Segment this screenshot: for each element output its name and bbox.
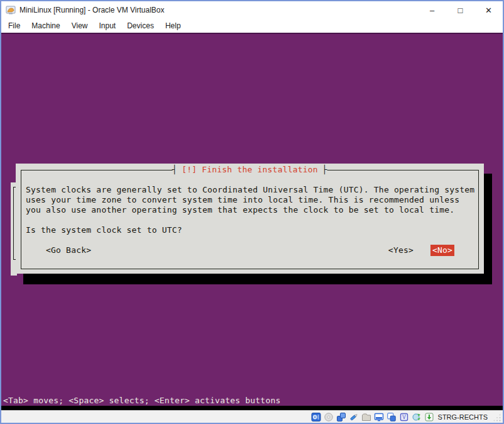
network-icon[interactable] [336, 412, 346, 422]
resize-grip[interactable] [493, 413, 501, 421]
status-icons: V [311, 412, 434, 422]
menu-input[interactable]: Input [94, 20, 122, 32]
dialog-shadow [23, 274, 492, 284]
title-decor-right: ├ [322, 165, 327, 174]
hard-disk-icon[interactable] [311, 412, 321, 422]
dialog-title-text: [!] Finish the installation [182, 165, 318, 174]
yes-button[interactable]: <Yes> [388, 245, 414, 255]
minimize-button[interactable]: – [418, 1, 446, 19]
title-decor-left: ┤ [172, 165, 177, 174]
go-back-button[interactable]: <Go Back> [46, 245, 91, 255]
menu-machine[interactable]: Machine [26, 20, 65, 32]
no-button[interactable]: <No> [430, 245, 454, 256]
installer-dialog: ┤[!] Finish the installation├ System clo… [16, 164, 484, 274]
maximize-button[interactable]: □ [446, 1, 474, 19]
display-icon[interactable] [374, 412, 384, 422]
dialog-body-line: uses your time zone to convert system ti… [26, 195, 459, 205]
dialog-body-line: System clocks are generally set to Coord… [26, 185, 474, 195]
dialog-question: Is the system clock set to UTC? [26, 225, 182, 235]
window-title: MiniLinux [Running] - Oracle VM VirtualB… [19, 6, 165, 14]
dialog-body-line: you also use another operating system th… [26, 205, 454, 215]
menu-devices[interactable]: Devices [121, 20, 160, 32]
shared-folders-icon[interactable] [361, 412, 371, 422]
features-chip-icon[interactable]: V [399, 412, 409, 422]
status-bar: V STRG-RECHTS [1, 410, 503, 423]
console-bottom-strip [1, 406, 503, 410]
svg-text:V: V [402, 415, 406, 420]
close-button[interactable]: ✕ [474, 1, 503, 19]
menu-bar: File Machine View Input Devices Help [1, 19, 503, 33]
menu-help[interactable]: Help [160, 20, 187, 32]
virtualbox-window: MiniLinux [Running] - Oracle VM VirtualB… [0, 0, 504, 424]
dialog-shadow [484, 174, 492, 284]
title-bar[interactable]: MiniLinux [Running] - Oracle VM VirtualB… [1, 1, 503, 19]
host-key-label: STRG-RECHTS [438, 413, 488, 421]
keyboard-help-line: <Tab> moves; <Space> selects; <Enter> ac… [3, 396, 280, 405]
video-capture-icon[interactable] [386, 412, 397, 422]
keyboard-icon[interactable] [424, 412, 434, 422]
menu-view[interactable]: View [66, 20, 94, 32]
vm-app-icon [6, 5, 16, 15]
mouse-integration-icon[interactable] [412, 412, 422, 422]
dialog-title: ┤[!] Finish the installation├ [172, 165, 327, 175]
usb-icon[interactable] [349, 412, 359, 422]
menu-file[interactable]: File [3, 20, 26, 32]
optical-disc-icon[interactable] [324, 412, 334, 422]
vm-console-screen[interactable]: ┤[!] Finish the installation├ System clo… [1, 33, 503, 410]
